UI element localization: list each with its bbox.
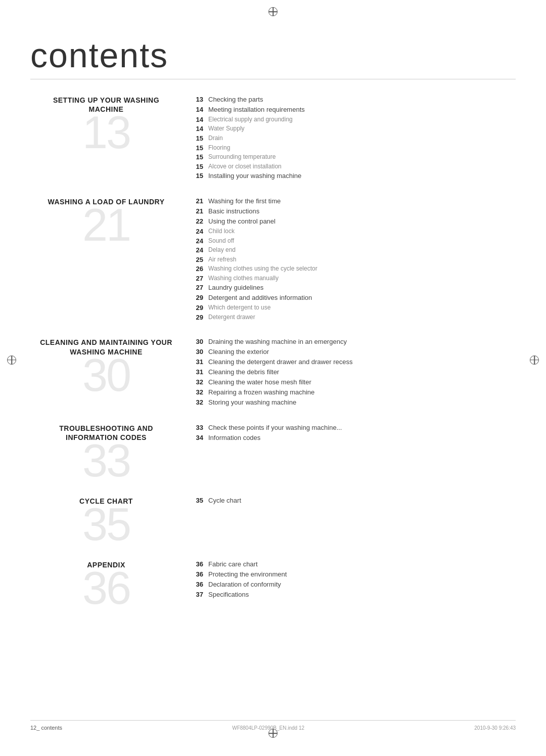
toc-item: 24Child lock [192,228,516,236]
toc-item: 32Cleaning the water hose mesh filter [192,378,516,387]
toc-item: 22Using the control panel [192,217,516,226]
toc-item-num: 14 [192,106,208,113]
toc-item-text: Fabric care chart [208,560,258,569]
toc-item-num: 24 [192,237,208,245]
toc-item-num: 30 [192,348,208,355]
section-number-bg-troubleshooting: 33 [30,440,182,481]
toc-item-text: Using the control panel [208,217,276,226]
section-number-bg-washing-laundry: 21 [30,205,182,246]
toc-container: SETTING UP YOUR WASHINGMACHINE1313Checki… [30,95,516,609]
toc-item: 24Delay end [192,246,516,254]
toc-item: 24Sound off [192,237,516,245]
toc-item-num: 29 [192,304,208,312]
toc-item-num: 27 [192,284,208,291]
toc-item-num: 31 [192,358,208,366]
toc-item-num: 22 [192,217,208,225]
toc-items-appendix: 36Fabric care chart36Protecting the envi… [192,559,516,609]
section-header-troubleshooting: TROUBLESHOOTING ANDINFORMATION CODES33 [30,423,192,481]
toc-item-num: 31 [192,368,208,376]
toc-item: 29Detergent and additives information [192,294,516,302]
toc-item-num: 35 [192,497,208,504]
toc-item-num: 34 [192,434,208,441]
toc-items-troubleshooting: 33Check these points if your washing mac… [192,423,516,481]
toc-item-text: Check these points if your washing machi… [208,424,342,432]
toc-item-text: Washing clothes using the cycle selector [208,265,317,273]
toc-item-text: Washing clothes manually [208,275,279,283]
toc-items-cycle-chart: 35Cycle chart [192,496,516,545]
toc-item-text: Specifications [208,591,249,599]
page-title: contents [30,35,516,75]
crosshair-right [530,355,539,367]
toc-item: 21Basic instructions [192,207,516,216]
toc-item: 32Repairing a frozen washing machine [192,388,516,397]
crosshair-top [268,7,278,18]
section-group-appendix: APPENDIX3636Fabric care chart36Protectin… [30,559,516,609]
toc-items-cleaning: 30Draining the washing machine in an eme… [192,337,516,408]
section-group-troubleshooting: TROUBLESHOOTING ANDINFORMATION CODES3333… [30,423,516,481]
toc-item-num: 32 [192,378,208,386]
toc-item: 36Declaration of conformity [192,581,516,589]
section-header-washing-laundry: WASHING A LOAD OF LAUNDRY21 [30,196,192,323]
toc-item-text: Cleaning the exterior [208,348,269,357]
toc-item: 29Which detergent to use [192,304,516,312]
toc-item-text: Air refresh [208,256,236,264]
toc-item: 21Washing for the first time [192,197,516,206]
toc-item-text: Installing your washing machine [208,172,301,181]
toc-item: 29Detergent drawer [192,314,516,322]
footer-file-ref: WF8804LP-02990B_EN.indd 12 [232,725,304,731]
toc-item-num: 26 [192,265,208,273]
toc-item-num: 15 [192,135,208,142]
toc-item: 37Specifications [192,591,516,599]
toc-item: 15Installing your washing machine [192,172,516,181]
section-header-setting-up: SETTING UP YOUR WASHINGMACHINE13 [30,95,192,182]
toc-item-num: 14 [192,125,208,132]
toc-item-num: 29 [192,294,208,301]
section-number-bg-cleaning: 30 [30,355,182,396]
toc-item-text: Child lock [208,228,235,236]
toc-item-text: Draining the washing machine in an emerg… [208,338,347,346]
toc-item-num: 30 [192,338,208,345]
toc-item-num: 15 [192,172,208,180]
crosshair-left [7,355,16,367]
toc-item-text: Basic instructions [208,207,259,216]
toc-item-text: Cycle chart [208,497,241,505]
toc-item: 27Laundry guidelines [192,284,516,292]
toc-item: 14Meeting installation requirements [192,106,516,114]
toc-item: 31Cleaning the detergent drawer and draw… [192,358,516,367]
toc-item: 25Air refresh [192,256,516,264]
title-divider [30,79,516,79]
toc-item: 15Alcove or closet installation [192,163,516,171]
toc-item-num: 21 [192,197,208,205]
toc-item-text: Alcove or closet installation [208,163,282,171]
toc-item: 13Checking the parts [192,96,516,104]
toc-item: 36Fabric care chart [192,560,516,569]
toc-item-text: Cleaning the debris filter [208,368,279,377]
toc-item-text: Declaration of conformity [208,581,281,589]
footer: 12_ contents WF8804LP-02990B_EN.indd 12 … [30,720,516,731]
toc-item-num: 15 [192,163,208,170]
toc-item-num: 13 [192,96,208,103]
toc-item: 14Electrical supply and grounding [192,116,516,124]
toc-item: 30Cleaning the exterior [192,348,516,357]
toc-item-text: Water Supply [208,125,245,133]
toc-item-num: 29 [192,314,208,321]
toc-item-text: Information codes [208,434,260,442]
section-group-cycle-chart: CYCLE CHART3535Cycle chart [30,496,516,545]
section-header-appendix: APPENDIX36 [30,559,192,609]
section-header-cycle-chart: CYCLE CHART35 [30,496,192,545]
toc-item-text: Laundry guidelines [208,284,263,292]
section-number-bg-appendix: 36 [30,568,182,609]
toc-item: 27Washing clothes manually [192,275,516,283]
toc-item-text: Detergent drawer [208,314,255,322]
toc-item: 31Cleaning the debris filter [192,368,516,377]
toc-item-num: 36 [192,560,208,568]
toc-item-text: Which detergent to use [208,304,270,312]
section-number-bg-setting-up: 13 [30,112,182,153]
toc-item-text: Washing for the first time [208,197,281,206]
toc-item-text: Storing your washing machine [208,398,296,407]
toc-item: 30Draining the washing machine in an eme… [192,338,516,346]
toc-item-text: Delay end [208,246,236,254]
toc-item: 36Protecting the environment [192,570,516,579]
toc-item-num: 32 [192,398,208,406]
toc-item: 15Flooring [192,144,516,152]
